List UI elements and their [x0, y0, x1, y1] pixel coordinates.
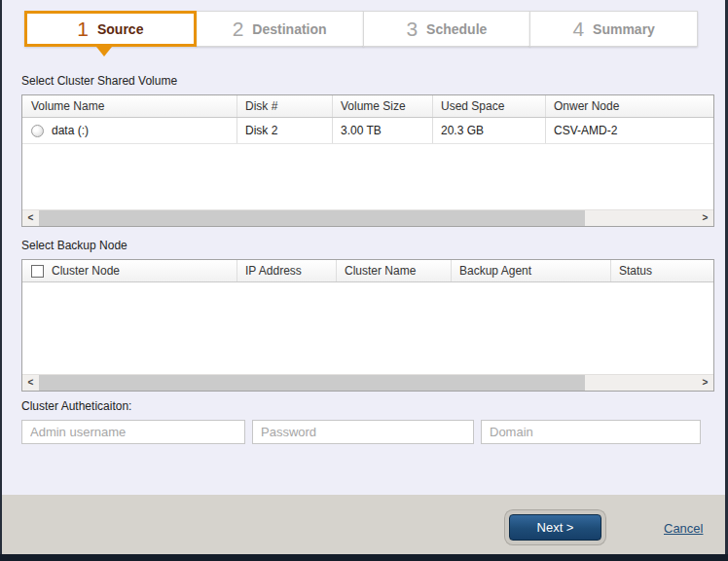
backup-table-hscrollbar[interactable]: < >: [22, 374, 713, 391]
tab-source-number: 1: [77, 18, 89, 41]
used-space-cell: 20.3 GB: [433, 118, 546, 143]
tab-schedule-label: Schedule: [426, 21, 487, 37]
admin-username-field[interactable]: [21, 420, 245, 444]
volume-section-title: Select Cluster Shared Volume: [21, 74, 177, 88]
volume-hscroll-thumb[interactable]: [39, 210, 585, 226]
col-cluster-node[interactable]: Cluster Node: [52, 264, 120, 278]
footer-bar: Next > Cancel: [0, 495, 728, 555]
wizard-steps: 1 Source 2 Destination 3 Schedule 4 Summ…: [24, 11, 698, 47]
backup-section-title: Select Backup Node: [21, 239, 127, 252]
select-all-checkbox[interactable]: [31, 265, 44, 278]
backup-table-header: Cluster Node IP Address Cluster Name Bac…: [22, 260, 713, 282]
col-cluster-name[interactable]: Cluster Name: [337, 260, 452, 281]
cancel-link[interactable]: Cancel: [664, 521, 703, 536]
volume-table-row[interactable]: data (:) Disk 2 3.00 TB 20.3 GB CSV-AMD-…: [22, 118, 713, 144]
volume-radio[interactable]: [31, 125, 44, 137]
col-ip-address[interactable]: IP Address: [237, 260, 337, 281]
tab-summary[interactable]: 4 Summary: [529, 11, 698, 47]
col-volume-name[interactable]: Volume Name: [22, 95, 237, 117]
next-button[interactable]: Next >: [509, 514, 601, 541]
col-cluster-node-wrap: Cluster Node: [22, 260, 237, 281]
window-border-bottom: [0, 554, 728, 561]
volume-size-cell: 3.00 TB: [333, 118, 433, 143]
col-backup-agent[interactable]: Backup Agent: [452, 260, 611, 281]
owner-node-cell: CSV-AMD-2: [546, 118, 713, 143]
auth-section-title: Cluster Autheticaiton:: [21, 399, 131, 413]
volume-table-header: Volume Name Disk # Volume Size Used Spac…: [22, 95, 713, 118]
col-owner-node[interactable]: Onwer Node: [546, 95, 713, 117]
volume-table-hscrollbar[interactable]: < >: [22, 209, 713, 226]
tab-summary-number: 4: [572, 18, 584, 41]
password-field[interactable]: [252, 420, 474, 444]
scroll-left-arrow-icon[interactable]: <: [22, 210, 39, 226]
tab-source[interactable]: 1 Source: [24, 11, 197, 47]
col-volume-size[interactable]: Volume Size: [333, 95, 433, 117]
volume-table: Volume Name Disk # Volume Size Used Spac…: [21, 94, 714, 227]
col-disk-number[interactable]: Disk #: [237, 95, 333, 117]
tab-summary-label: Summary: [593, 21, 655, 37]
tab-source-label: Source: [97, 21, 143, 37]
col-status[interactable]: Status: [611, 260, 713, 281]
backup-hscroll-thumb[interactable]: [39, 375, 585, 391]
scroll-left-arrow-icon[interactable]: <: [22, 375, 39, 391]
col-used-space[interactable]: Used Space: [433, 95, 546, 117]
tab-destination[interactable]: 2 Destination: [196, 11, 364, 47]
tab-destination-label: Destination: [252, 21, 326, 37]
volume-name-cell-wrap: data (:): [22, 118, 237, 143]
scroll-right-arrow-icon[interactable]: >: [697, 375, 713, 391]
domain-field[interactable]: [481, 420, 701, 444]
window-border-left: [0, 0, 2, 561]
backup-node-table: Cluster Node IP Address Cluster Name Bac…: [21, 259, 714, 392]
tab-schedule-number: 3: [406, 18, 418, 41]
volume-name-cell: data (:): [52, 124, 89, 137]
disk-cell: Disk 2: [237, 118, 333, 143]
tab-schedule[interactable]: 3 Schedule: [363, 11, 531, 47]
tab-destination-number: 2: [233, 18, 244, 41]
active-tab-pointer-icon: [96, 47, 112, 56]
scroll-right-arrow-icon[interactable]: >: [697, 210, 713, 226]
